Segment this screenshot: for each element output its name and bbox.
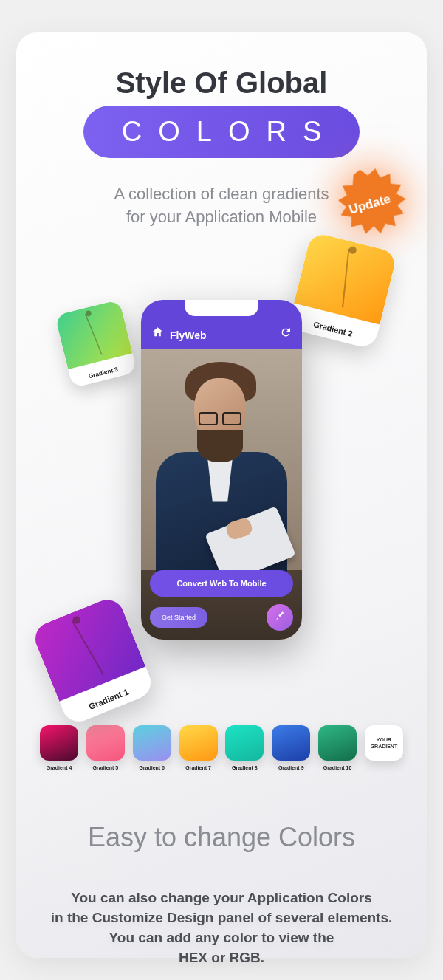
gradient-swatch-3: Gradient 3 [55, 299, 137, 388]
gradient-chip [86, 725, 125, 761]
custom-gradient-chip: YOURGRADIENT [365, 725, 403, 761]
gradient-chip [272, 725, 310, 761]
get-started-button[interactable]: Get Started [150, 607, 207, 628]
gradient-chip [318, 725, 357, 761]
section-body-text: You can also change your Application Col… [38, 888, 405, 968]
home-icon [151, 326, 164, 341]
gradient-swatch-1: Gradient 1 [30, 594, 156, 727]
gradient-chip [179, 725, 218, 761]
gradient-label: Gradient 10 [318, 765, 357, 770]
title-line-1: Style Of Global [38, 66, 405, 100]
gradient-swatch-2: Gradient 2 [287, 231, 397, 349]
convert-web-button[interactable]: Convert Web To Mobile [150, 570, 293, 597]
promo-card: Style Of Global COLORS Update A collecti… [16, 32, 427, 958]
gradient-swatch-custom[interactable]: YOURGRADIENT [365, 725, 403, 770]
gradient-label: Gradient 9 [272, 765, 310, 770]
gradient-label: Gradient 4 [40, 765, 78, 770]
phone-app-title: FlyWeb [170, 329, 274, 341]
refresh-icon [280, 326, 292, 341]
gradient-swatch-7[interactable]: Gradient 7 [179, 725, 218, 770]
gradient-chip [40, 725, 78, 761]
gradient-label: Gradient 8 [225, 765, 264, 770]
brush-icon [275, 611, 285, 624]
gradient-swatch-9[interactable]: Gradient 9 [272, 725, 310, 770]
gradient-swatch-6[interactable]: Gradient 6 [133, 725, 171, 770]
gradient-swatch-4[interactable]: Gradient 4 [40, 725, 78, 770]
gradient-swatch-5[interactable]: Gradient 5 [86, 725, 125, 770]
phone-mockup-area: Gradient 3 Gradient 2 FlyWeb [38, 270, 405, 684]
gradient-swatches-row: Gradient 4Gradient 5Gradient 6Gradient 7… [38, 725, 405, 770]
gradient-swatch-8[interactable]: Gradient 8 [225, 725, 264, 770]
hero-image-man-with-tablet [141, 349, 302, 570]
phone-app-body: Convert Web To Mobile Get Started [141, 349, 302, 640]
title-colors-pill: COLORS [83, 106, 360, 158]
gradient-swatch-10[interactable]: Gradient 10 [318, 725, 357, 770]
section-heading-easy: Easy to change Colors [38, 822, 405, 853]
edit-fab[interactable] [267, 604, 293, 631]
gradient-label: Gradient 6 [133, 765, 171, 770]
gradient-chip [133, 725, 171, 761]
phone-mockup: FlyWeb Convert Web To Mobile [141, 300, 302, 640]
gradient-chip [225, 725, 264, 761]
phone-notch [185, 300, 258, 316]
gradient-label: Gradient 5 [86, 765, 125, 770]
gradient-label: Gradient 7 [179, 765, 218, 770]
